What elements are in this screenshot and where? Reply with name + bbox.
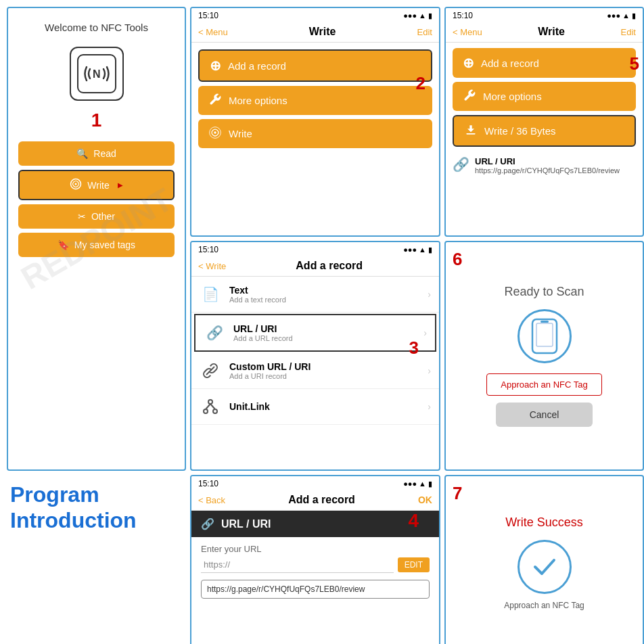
svg-point-9 <box>204 409 208 413</box>
plus-icon-5: ⊕ <box>463 55 474 71</box>
url-uri-section-5: 🔗 URL / URI https://g.page/r/CYHQfUqFQs7… <box>446 151 643 180</box>
svg-point-3 <box>75 183 77 185</box>
battery-icon-5: ▮ <box>632 12 636 20</box>
back-btn-4[interactable]: < Back <box>198 495 225 505</box>
other-label: Other <box>91 211 115 222</box>
read-button[interactable]: 🔍 Read <box>18 141 175 166</box>
write-bytes-label-5: Write / 36 Bytes <box>484 125 556 137</box>
more-options-btn-2[interactable]: More options <box>198 86 432 115</box>
status-icons-2: ●●● ▲ ▮ <box>403 12 432 20</box>
status-icons-5: ●●● ▲ ▮ <box>607 12 636 20</box>
url-record-item[interactable]: 🔗 URL / URI Add a URL record › <box>194 314 436 352</box>
panel-url-input: 15:10 ●●●▲▮ < Back Add a record OK 🔗 URL… <box>190 475 440 644</box>
plus-icon-2: ⊕ <box>210 58 221 74</box>
panel-write-success: 7 Write Success Approach an NFC Tag <box>444 475 644 644</box>
step-6-badge: 6 <box>453 249 462 270</box>
download-icon-5 <box>464 123 478 139</box>
text-record-title: Text <box>229 285 419 296</box>
phone-header-4: 15:10 ●●●▲▮ <box>191 476 439 491</box>
other-button[interactable]: ✂ Other <box>18 204 175 229</box>
phone-nav-2: < Menu Write Edit <box>191 23 439 43</box>
write-button[interactable]: Write <box>18 170 175 200</box>
write-bytes-btn-5[interactable]: Write / 36 Bytes <box>453 115 636 147</box>
wifi-icon-5: ▲ <box>622 12 630 20</box>
svg-point-8 <box>208 400 212 404</box>
svg-rect-15 <box>540 321 549 323</box>
write-label: Write <box>87 180 109 191</box>
status-icons-3: ●●●▲▮ <box>403 246 432 254</box>
phone-nav-5: < Menu Write Edit <box>446 23 643 43</box>
edit-btn-5[interactable]: Edit <box>621 27 636 37</box>
program-intro-section: Program Introduction <box>7 475 186 644</box>
step-4-badge: 4 <box>408 510 419 532</box>
add-record-btn-5[interactable]: ⊕ Add a record <box>453 48 636 78</box>
read-icon: 🔍 <box>76 148 88 159</box>
chevron-text: › <box>428 289 431 300</box>
nav-title-4: Add a record <box>288 494 355 506</box>
other-icon: ✂ <box>78 211 86 222</box>
svg-point-10 <box>213 409 217 413</box>
url-icon: 🔗 <box>204 322 225 344</box>
step-1-badge: 1 <box>91 110 102 131</box>
write-label-2: Write <box>229 128 252 139</box>
saved-tags-label: My saved tags <box>74 239 135 250</box>
custom-url-subtitle: Add a URI record <box>229 372 419 380</box>
url-input-header: 🔗 URL / URI <box>191 511 439 537</box>
chevron-unit: › <box>428 401 431 412</box>
url-https-input[interactable] <box>201 557 394 573</box>
more-options-label-5: More options <box>483 91 542 102</box>
back-write-3[interactable]: < Write <box>198 261 226 271</box>
unit-link-label: Unit.Link <box>229 401 419 412</box>
phone-nav-4: < Back Add a record OK <box>191 491 439 511</box>
add-record-btn-2[interactable]: ⊕ Add a record <box>198 49 432 82</box>
svg-line-7 <box>206 367 214 375</box>
custom-url-title: Custom URL / URI <box>229 361 419 372</box>
panel-welcome: REDPOINT Welcome to NFC Tools N 1 🔍 Read <box>7 7 186 471</box>
wrench-icon-5 <box>463 89 476 104</box>
saved-tags-button[interactable]: 🔖 My saved tags <box>18 233 175 257</box>
signal-icon-5: ●●● <box>607 12 620 20</box>
svg-line-12 <box>210 404 215 409</box>
nfc-logo-box: N <box>70 47 124 101</box>
svg-point-5 <box>214 131 216 133</box>
step-2-badge: 2 <box>416 73 426 94</box>
approach-nfc-btn-6[interactable]: Approach an NFC Tag <box>486 373 601 396</box>
write-icon <box>70 178 82 192</box>
program-title-line1: Program <box>10 482 183 507</box>
url-record-label: URL / URI Add a URL record <box>233 323 415 342</box>
back-menu-2[interactable]: < Menu <box>198 27 228 37</box>
more-options-btn-5[interactable]: More options <box>453 82 636 111</box>
custom-url-label: Custom URL / URI Add a URI record <box>229 361 419 380</box>
write-btn-2[interactable]: Write <box>198 119 432 148</box>
wrench-icon-2 <box>208 93 222 108</box>
custom-url-icon <box>200 360 221 382</box>
success-checkmark-icon <box>518 540 572 594</box>
download-icon-2 <box>208 126 222 141</box>
saved-tags-icon: 🔖 <box>58 239 69 250</box>
url-uri-value-5: https://g.page/r/CYHQfUqFQs7LEB0/review <box>475 166 620 175</box>
approach-nfc-text-7: Approach an NFC Tag <box>504 601 584 610</box>
panel-ready-scan: 6 Ready to Scan Approach an NFC Tag Canc… <box>444 241 644 471</box>
chevron-custom: › <box>428 365 431 376</box>
time-3: 15:10 <box>198 245 218 254</box>
phone-nav-3: < Write Add a record <box>191 257 439 277</box>
text-record-item[interactable]: 📄 Text Add a text record › <box>191 277 439 313</box>
phone-header-5: 15:10 ●●● ▲ ▮ <box>446 8 643 23</box>
add-record-label-5: Add a record <box>481 58 539 69</box>
edit-url-btn[interactable]: EDIT <box>398 557 430 572</box>
cancel-btn-6[interactable]: Cancel <box>496 402 593 427</box>
svg-text:N: N <box>93 68 101 80</box>
unit-link-record-item[interactable]: Unit.Link › <box>191 389 439 425</box>
back-menu-5[interactable]: < Menu <box>453 27 482 37</box>
url-body: Enter your URL EDIT <box>191 537 439 605</box>
edit-btn-2[interactable]: Edit <box>417 27 432 37</box>
url-result-input[interactable] <box>201 580 430 599</box>
text-record-label: Text Add a text record <box>229 285 419 304</box>
svg-rect-6 <box>466 133 475 135</box>
custom-url-record-item[interactable]: Custom URL / URI Add a URI record › <box>191 353 439 389</box>
nav-title-2: Write <box>309 26 336 38</box>
url-record-subtitle: Add a URL record <box>233 334 415 342</box>
chevron-url: › <box>423 327 427 338</box>
ok-btn-4[interactable]: OK <box>418 495 432 505</box>
link-icon-5: 🔗 <box>453 156 469 172</box>
